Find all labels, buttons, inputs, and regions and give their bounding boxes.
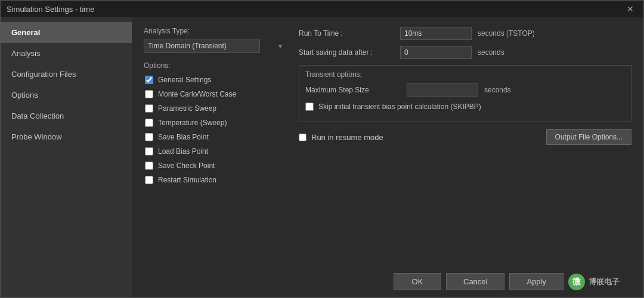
chevron-down-icon: ▼ [277,43,283,49]
title-bar: Simulation Settings - time ✕ [1,1,643,17]
settings-column: Run To Time : seconds (TSTOP) Start savi… [299,27,631,267]
option-restart-simulation[interactable]: Restart Simulation [144,173,287,187]
bottom-section: Run in resume mode Output File Options..… [299,129,631,145]
load-bias-point-label: Load Bias Point [158,147,208,156]
run-resume-row: Run in resume mode [299,133,383,142]
skip-bias-checkbox[interactable] [305,103,314,111]
monte-carlo-label: Monte Carlo/Worst Case [158,90,236,98]
close-button[interactable]: ✕ [623,3,637,15]
start-saving-input[interactable] [400,46,472,59]
sidebar-item-options[interactable]: Options [1,85,132,105]
option-temperature-sweep[interactable]: Temperature (Sweep) [144,116,287,129]
options-column: Analysis Type: Time Domain (Transient) A… [144,27,287,267]
skip-bias-row: Skip initial transient bias point calcul… [305,103,625,111]
analysis-type-label: Analysis Type: [144,27,287,35]
option-load-bias-point[interactable]: Load Bias Point [144,145,287,158]
save-bias-point-checkbox[interactable] [145,133,153,141]
max-step-input[interactable] [407,83,478,97]
right-panel: Analysis Type: Time Domain (Transient) A… [132,17,643,297]
sidebar: General Analysis Configuration Files Opt… [1,17,132,297]
save-bias-point-label: Save Bias Point [158,133,209,141]
window-title: Simulation Settings - time [7,5,94,14]
sidebar-item-probe-window[interactable]: Probe Window [1,126,132,147]
option-parametric-sweep[interactable]: Parametric Sweep [144,102,287,115]
option-monte-carlo[interactable]: Monte Carlo/Worst Case [144,88,287,101]
options-label: Options: [144,61,287,70]
run-resume-checkbox[interactable] [299,134,306,141]
start-saving-unit: seconds [478,48,504,57]
transient-options-group: Transient options: Maximum Step Size sec… [299,65,631,122]
skip-bias-label: Skip initial transient bias point calcul… [318,103,481,111]
watermark: 微 博嵌电子 [568,274,620,290]
run-to-time-unit: seconds (TSTOP) [478,29,535,38]
apply-button[interactable]: Apply [509,273,564,290]
transient-options-title: Transient options: [305,70,625,79]
option-general-settings[interactable]: General Settings [144,73,287,86]
cancel-button[interactable]: Cancel [446,273,504,290]
temperature-sweep-label: Temperature (Sweep) [158,119,227,127]
ok-button[interactable]: OK [394,273,441,290]
panel-top: Analysis Type: Time Domain (Transient) A… [144,27,631,267]
restart-simulation-checkbox[interactable] [145,176,153,184]
footer: OK Cancel Apply 微 博嵌电子 [144,267,631,297]
general-settings-checkbox[interactable] [145,76,153,84]
max-step-label: Maximum Step Size [305,86,401,94]
start-saving-label: Start saving data after : [299,48,394,57]
start-saving-row: Start saving data after : seconds [299,46,631,59]
main-content: General Analysis Configuration Files Opt… [1,17,643,297]
run-to-time-row: Run To Time : seconds (TSTOP) [299,27,631,40]
monte-carlo-checkbox[interactable] [145,90,153,98]
max-step-unit: seconds [484,86,511,94]
temperature-sweep-checkbox[interactable] [145,119,153,127]
sidebar-item-data-collection[interactable]: Data Collection [1,105,132,126]
parametric-sweep-checkbox[interactable] [145,104,153,113]
sidebar-item-configuration-files[interactable]: Configuration Files [1,64,132,85]
load-bias-point-checkbox[interactable] [145,147,153,156]
max-step-row: Maximum Step Size seconds [305,83,625,97]
output-file-options-button[interactable]: Output File Options... [546,129,631,145]
watermark-icon: 微 [568,274,585,290]
save-check-point-label: Save Check Point [158,162,215,170]
option-save-check-point[interactable]: Save Check Point [144,159,287,172]
save-check-point-checkbox[interactable] [145,162,153,170]
restart-simulation-label: Restart Simulation [158,176,216,184]
run-to-time-input[interactable] [400,27,472,40]
analysis-type-select[interactable]: Time Domain (Transient) AC Sweep/Noise D… [144,39,260,53]
sidebar-item-general[interactable]: General [1,22,132,43]
option-save-bias-point[interactable]: Save Bias Point [144,131,287,144]
analysis-type-select-wrapper: Time Domain (Transient) AC Sweep/Noise D… [144,39,287,53]
sidebar-item-analysis[interactable]: Analysis [1,43,132,64]
watermark-text: 博嵌电子 [589,277,620,287]
general-settings-label: General Settings [158,76,211,84]
parametric-sweep-label: Parametric Sweep [158,104,216,113]
simulation-settings-window: Simulation Settings - time ✕ General Ana… [0,0,644,298]
run-to-time-label: Run To Time : [299,29,394,38]
run-resume-label: Run in resume mode [311,133,383,142]
options-list: General Settings Monte Carlo/Worst Case … [144,73,287,187]
